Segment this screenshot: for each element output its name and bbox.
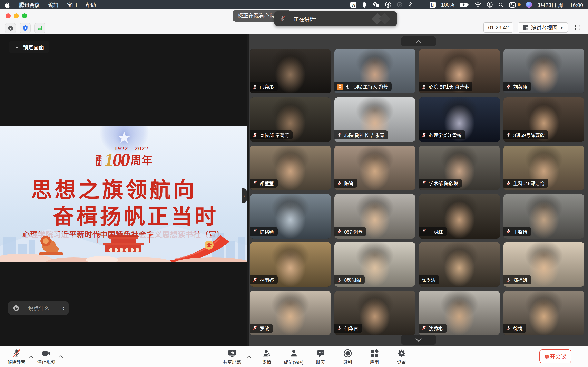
mic-muted-icon — [252, 277, 258, 282]
input-dots-icon[interactable] — [418, 1, 424, 8]
lock-view-button[interactable]: 锁定画面 — [9, 41, 49, 53]
menu-window[interactable]: 窗口 — [67, 1, 77, 8]
mic-muted-icon — [337, 180, 342, 186]
record-button[interactable]: 录制 — [336, 348, 359, 365]
participant-tile[interactable]: 徐悦 — [503, 291, 584, 335]
participant-tile[interactable]: 陈季洁 — [419, 242, 500, 287]
participant-name: 057 谢萱 — [344, 228, 363, 235]
participant-tile[interactable]: 刘英康 — [503, 49, 584, 93]
settings-button[interactable]: 设置 — [390, 348, 413, 365]
view-mode-selector[interactable]: 演讲者视图 ▼ — [518, 22, 568, 33]
participant-label: 心理学类江雪铃 — [419, 130, 465, 139]
participant-grid: 闫奕彤心院 主持人 黎芳心院 副社长 肖芳琳刘英康宣传部 秦菊芳心院 副社长 吉… — [250, 49, 584, 335]
pin-icon — [14, 44, 20, 50]
participant-tile[interactable]: 罗敏 — [250, 291, 331, 335]
participant-tile[interactable]: 8颜阑阑 — [334, 242, 415, 287]
logo-jiantuan: 建团 — [94, 154, 103, 165]
participant-tile[interactable]: 心理学类江雪铃 — [419, 97, 500, 142]
grid-scroll-up-button[interactable] — [401, 36, 436, 47]
camera-icon — [42, 349, 51, 358]
lock-view-label: 锁定画面 — [23, 43, 44, 51]
unmute-options-caret[interactable] — [29, 352, 33, 360]
participant-tile[interactable]: 心院 副社长 吉永青 — [334, 97, 415, 142]
user-circle-icon[interactable] — [487, 1, 493, 8]
grid-scroll-down-button[interactable] — [401, 335, 436, 345]
apps-button[interactable]: 应用 — [363, 348, 386, 365]
participant-label: 沈秀彬 — [419, 324, 447, 333]
participant-tile[interactable]: 何华青 — [334, 291, 415, 335]
participant-name: 8颜阑阑 — [344, 276, 361, 283]
participant-name: 颜莹莹 — [260, 180, 274, 186]
participant-label: 3班69号陈嘉欣 — [503, 130, 548, 139]
mic-muted-icon — [337, 229, 342, 234]
network-signal-button[interactable] — [34, 23, 45, 33]
mic-muted-icon — [506, 277, 511, 282]
siri-icon[interactable] — [526, 2, 532, 8]
participant-tile[interactable]: 生科046郑洁怡 — [503, 146, 584, 190]
participant-tile[interactable]: 宣传部 秦菊芳 — [250, 97, 331, 142]
quick-chat-bar[interactable]: 说点什么... ‹ — [8, 301, 69, 315]
members-button[interactable]: 成员(99+) — [282, 348, 305, 365]
accessibility-icon[interactable] — [385, 1, 391, 8]
video-options-caret[interactable] — [58, 352, 63, 360]
participant-tile[interactable]: 057 谢萱 — [334, 194, 415, 238]
participant-tile[interactable]: 陈鹭 — [334, 146, 415, 190]
participant-tile[interactable]: 王明虹 — [419, 194, 500, 238]
wps-icon[interactable]: W — [350, 2, 356, 8]
penguin-icon[interactable] — [362, 1, 367, 8]
mic-on-icon — [345, 84, 350, 89]
invite-button[interactable]: 邀请 — [255, 348, 278, 365]
search-icon[interactable] — [498, 1, 504, 8]
participant-tile[interactable]: 颜莹莹 — [250, 146, 331, 190]
participant-name: 心院 副社长 肖芳琳 — [429, 83, 469, 90]
logo-years: 1922—2022 — [16, 145, 247, 152]
zoom-window-button[interactable] — [22, 13, 27, 18]
dim-circle-icon[interactable] — [397, 1, 403, 8]
wechat-icon[interactable] — [372, 1, 380, 8]
battery-icon[interactable] — [459, 1, 469, 8]
participant-tile[interactable]: 心院 副社长 肖芳琳 — [419, 49, 500, 93]
share-screen-button[interactable]: 共享屏幕 — [221, 348, 243, 365]
participant-tile[interactable]: 学术部 陈欣琳 — [419, 146, 500, 190]
control-center-icon[interactable] — [509, 1, 516, 8]
collapse-chat-icon[interactable]: ‹ — [62, 305, 64, 311]
menubar-clock[interactable]: 3月23日 周三 16:00 — [537, 1, 583, 8]
unmute-button[interactable]: 解除静音 — [5, 348, 28, 365]
menu-help[interactable]: 帮助 — [86, 1, 96, 8]
participant-label: 林雨婷 — [250, 275, 277, 284]
menu-edit[interactable]: 编辑 — [48, 1, 58, 8]
anniversary-logo: 1922—2022 建团 100 周年 — [0, 145, 247, 168]
minimize-window-button[interactable] — [14, 13, 19, 18]
wifi-icon[interactable] — [475, 1, 481, 8]
emoji-icon — [13, 305, 20, 312]
participant-tile[interactable]: 沈秀彬 — [419, 291, 500, 335]
participant-tile[interactable]: 心院 主持人 黎芳 — [334, 49, 415, 93]
participant-tile[interactable]: 陈铭勋 — [250, 194, 331, 238]
meeting-info-button[interactable] — [5, 23, 16, 33]
participant-tile[interactable]: 3班69号陈嘉欣 — [503, 97, 584, 142]
pinyin-input-badge[interactable]: 拼 — [430, 2, 436, 8]
chat-button[interactable]: 聊天 — [309, 348, 332, 365]
pane-expand-handle[interactable]: › — [242, 188, 247, 203]
participant-tile[interactable]: 郑梓妍 — [503, 242, 584, 287]
apple-icon[interactable] — [5, 1, 11, 8]
participant-name: 3班69号陈嘉欣 — [513, 132, 545, 138]
gear-icon — [397, 349, 406, 358]
fullscreen-button[interactable] — [572, 23, 583, 33]
bluetooth-icon[interactable] — [408, 1, 412, 8]
participant-tile[interactable]: 林雨婷 — [250, 242, 331, 287]
share-options-caret[interactable] — [247, 352, 251, 360]
menu-app-name[interactable]: 腾讯会议 — [19, 1, 40, 8]
participant-label: 陈季洁 — [419, 275, 439, 284]
mic-muted-icon — [421, 229, 427, 234]
leave-meeting-button[interactable]: 离开会议 — [539, 350, 571, 363]
meeting-timer: 01:29:42 — [484, 22, 513, 33]
stop-video-button[interactable]: 停止视频 — [35, 348, 58, 365]
security-shield-button[interactable] — [20, 23, 31, 33]
battery-percent: 100% — [441, 2, 454, 8]
participant-name: 罗敏 — [260, 325, 269, 331]
participant-tile[interactable]: 王馨怡 — [503, 194, 584, 238]
participant-tile[interactable]: 闫奕彤 — [250, 49, 331, 93]
participant-name: 生科046郑洁怡 — [513, 180, 545, 186]
close-window-button[interactable] — [6, 13, 11, 18]
